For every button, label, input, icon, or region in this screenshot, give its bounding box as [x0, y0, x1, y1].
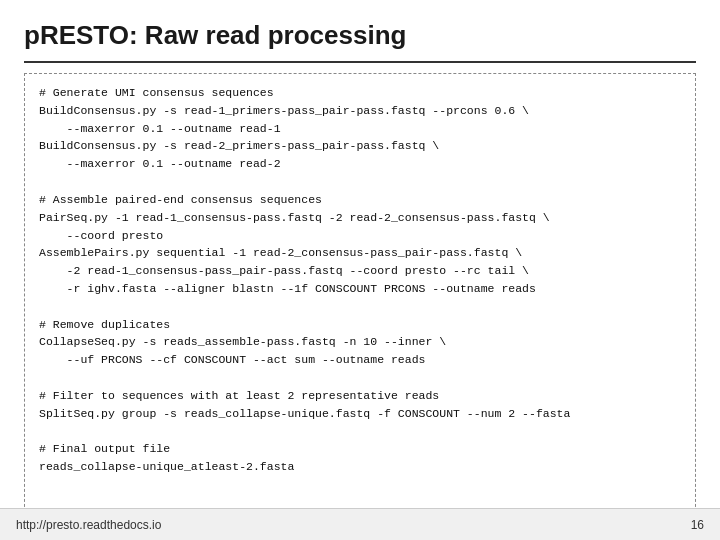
code-content: # Generate UMI consensus sequences Build…: [39, 84, 681, 476]
comment-1: # Generate UMI consensus sequences: [39, 86, 274, 99]
title-divider: [24, 61, 696, 63]
comment-4: # Filter to sequences with at least 2 re…: [39, 389, 439, 402]
comment-2: # Assemble paired-end consensus sequence…: [39, 193, 322, 206]
slide-container: pRESTO: Raw read processing # Generate U…: [0, 0, 720, 540]
footer-page-number: 16: [691, 518, 704, 532]
comment-3: # Remove duplicates: [39, 318, 170, 331]
comment-5: # Final output file: [39, 442, 170, 455]
slide-title: pRESTO: Raw read processing: [24, 20, 696, 51]
slide-footer: http://presto.readthedocs.io 16: [0, 508, 720, 540]
footer-url: http://presto.readthedocs.io: [16, 518, 161, 532]
code-block: # Generate UMI consensus sequences Build…: [24, 73, 696, 532]
